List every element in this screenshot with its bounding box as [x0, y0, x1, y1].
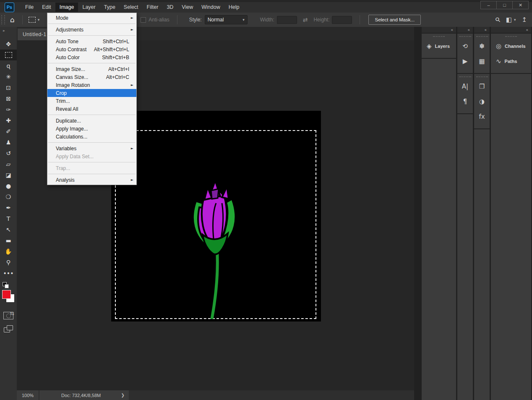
menubar-item-select[interactable]: Select [120, 3, 143, 12]
eraser-tool[interactable]: ▱ [0, 159, 17, 170]
default-colors-icon[interactable] [3, 282, 10, 288]
submenu-arrow-icon: ► [131, 16, 133, 20]
menubar-item-filter[interactable]: Filter [143, 3, 163, 12]
menu-item-image-rotation[interactable]: Image Rotation► [47, 81, 136, 89]
dock-collapse-bar[interactable]: « [457, 27, 473, 33]
dock-collapse-bar[interactable]: « [491, 27, 531, 33]
workspace-icon[interactable]: ◧ [506, 16, 512, 24]
menu-item-apply-image[interactable]: Apply Image... [47, 125, 136, 133]
rectangular-marquee-tool[interactable] [0, 50, 17, 60]
menu-item-auto-contrast[interactable]: Auto ContrastAlt+Shift+Ctrl+L [47, 45, 136, 53]
menu-item-duplicate[interactable]: Duplicate... [47, 117, 136, 125]
swap-dimensions-icon[interactable]: ⇄ [303, 16, 308, 23]
eyedropper-tool[interactable]: ✑ [0, 104, 17, 115]
menu-item-mode[interactable]: Mode► [47, 14, 136, 22]
panel-grip[interactable] [476, 36, 488, 37]
crop-tool[interactable]: ⊡ [0, 82, 17, 93]
pen-tool[interactable]: ✒ [0, 202, 17, 213]
type-tool[interactable]: T [0, 213, 17, 224]
menubar-item-window[interactable]: Window [197, 3, 224, 12]
menu-item-canvas-size[interactable]: Canvas Size...Alt+Ctrl+C [47, 73, 136, 81]
edit-toolbar[interactable]: ••• [0, 268, 17, 279]
menubar-item-3d[interactable]: 3D [162, 3, 177, 12]
panel-button-libraries-icon[interactable]: ❐ [474, 79, 490, 94]
panel-button-character-icon[interactable]: A| [457, 79, 473, 94]
toolbar-collapse-icon[interactable]: » [0, 27, 17, 34]
lasso-tool[interactable]: ɋ [0, 60, 17, 71]
status-chevron-icon[interactable]: ❯ [121, 393, 125, 397]
select-and-mask-label: Select and Mask... [375, 17, 415, 22]
panel-grip[interactable] [505, 36, 517, 37]
dock-collapse-bar[interactable]: « [474, 27, 490, 33]
submenu-arrow-icon: ► [131, 146, 133, 150]
panel-grip[interactable] [459, 76, 471, 77]
panel-button-swatches-icon[interactable]: ▦ [474, 54, 490, 69]
home-icon[interactable]: ⌂ [5, 16, 20, 24]
menu-item-variables[interactable]: Variables► [47, 144, 136, 152]
panel-button-styles-icon[interactable]: fx [474, 109, 490, 124]
hand-tool[interactable]: ✋ [0, 246, 17, 257]
frame-tool[interactable]: ⊠ [0, 93, 17, 104]
menubar-item-type[interactable]: Type [100, 3, 120, 12]
clone-stamp-tool[interactable]: ♟ [0, 137, 17, 148]
panel-grip[interactable] [433, 36, 445, 37]
blur-tool[interactable]: ● [0, 180, 17, 191]
panel-button-adjustments-icon[interactable]: ◑ [474, 94, 490, 109]
panel-button-color-icon[interactable]: ✽ [474, 39, 490, 54]
panel-button-actions-icon[interactable]: ▶ [457, 54, 473, 69]
style-select[interactable]: Normal ▾ [205, 15, 248, 24]
quick-selection-tool[interactable]: ✳ [0, 71, 17, 82]
anti-alias-checkbox[interactable] [141, 17, 146, 23]
panel-grip[interactable] [459, 36, 471, 37]
document-canvas[interactable] [111, 111, 321, 322]
menu-item-analysis[interactable]: Analysis► [47, 176, 136, 184]
paint-bucket-tool[interactable]: ◪ [0, 170, 17, 180]
current-tool-button[interactable]: ▾ [25, 17, 43, 23]
menu-item-trim[interactable]: Trim... [47, 97, 136, 105]
menubar-item-file[interactable]: File [21, 3, 38, 12]
menubar-item-image[interactable]: Image [55, 3, 78, 12]
menu-item-adjustments[interactable]: Adjustments► [47, 26, 136, 34]
panel-button-paths[interactable]: ∿Paths [491, 54, 531, 69]
dodge-tool[interactable]: ❍ [0, 191, 17, 202]
search-icon[interactable]: ⚲ [493, 16, 502, 24]
options-grip[interactable] [1, 15, 5, 24]
menubar-item-help[interactable]: Help [224, 3, 244, 12]
history-brush-tool[interactable]: ↺ [0, 148, 17, 159]
panel-button-paragraph-icon[interactable]: ¶ [457, 94, 473, 109]
panel-button-channels[interactable]: ◎Channels [491, 39, 531, 54]
select-and-mask-button[interactable]: Select and Mask... [368, 15, 421, 25]
menu-item-calculations[interactable]: Calculations... [47, 133, 136, 141]
zoom-tool[interactable]: ⚲ [0, 257, 17, 268]
panel-grip[interactable] [476, 76, 488, 77]
path-selection-tool[interactable]: ↖ [0, 224, 17, 235]
menu-item-image-size[interactable]: Image Size...Alt+Ctrl+I [47, 65, 136, 73]
rectangle-tool[interactable]: ▬ [0, 235, 17, 246]
foreground-color-swatch[interactable] [2, 290, 11, 299]
share-icon[interactable]: ↥ [522, 16, 527, 24]
panel-button-layers[interactable]: ◈Layers [422, 39, 456, 54]
history-icon: ⟲ [462, 42, 468, 50]
maximize-button[interactable]: □ [496, 1, 513, 9]
dock-collapse-bar[interactable]: « [422, 27, 456, 33]
document-info-field[interactable]: Doc: 732,4K/8,58M ❯ [39, 390, 129, 400]
menu-item-auto-tone[interactable]: Auto ToneShift+Ctrl+L [47, 37, 136, 45]
chevron-down-icon[interactable]: ▾ [514, 18, 516, 22]
panel-button-history-icon[interactable]: ⟲ [457, 39, 473, 54]
minimize-button[interactable]: – [480, 1, 497, 9]
zoom-level-field[interactable]: 100% [17, 390, 39, 400]
close-button[interactable]: ✕ [512, 1, 529, 9]
menu-item-reveal-all[interactable]: Reveal All [47, 105, 136, 113]
screen-mode-button[interactable] [4, 325, 13, 332]
height-input[interactable] [332, 16, 352, 24]
width-input[interactable] [277, 16, 297, 24]
menu-item-crop[interactable]: Crop [47, 89, 136, 97]
menubar-item-layer[interactable]: Layer [78, 3, 99, 12]
menu-item-auto-color[interactable]: Auto ColorShift+Ctrl+B [47, 53, 136, 61]
spot-healing-brush-tool[interactable]: ✚ [0, 115, 17, 126]
menubar-item-view[interactable]: View [177, 3, 197, 12]
move-tool[interactable]: ✥ [0, 39, 17, 50]
menubar-item-edit[interactable]: Edit [38, 3, 55, 12]
swap-colors-icon[interactable]: ⇆ [10, 311, 14, 316]
brush-tool[interactable]: ✐ [0, 126, 17, 137]
